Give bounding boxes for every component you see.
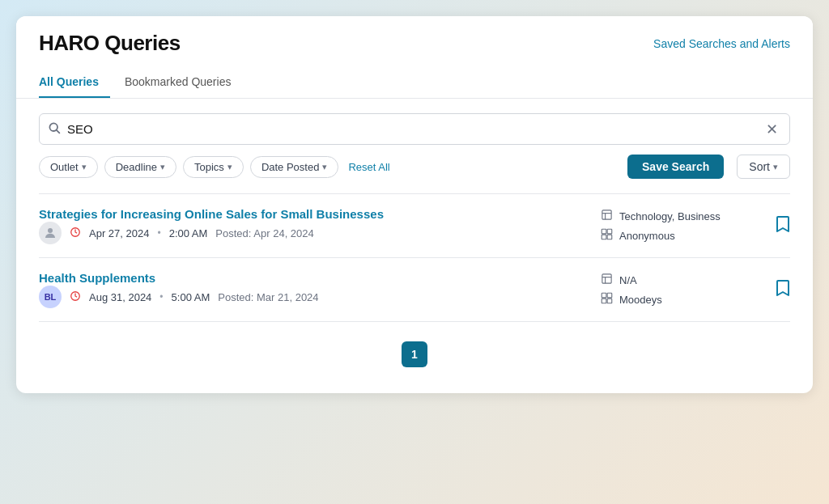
search-bar: ✕ — [39, 113, 790, 145]
table-row: Health Supplements BL Aug 31, 2024 • 5:0… — [39, 258, 790, 322]
deadline-date-2: Aug 31, 2024 — [89, 291, 151, 303]
outlet-filter[interactable]: Outlet ▾ — [39, 156, 98, 178]
deadline-icon-2 — [70, 290, 81, 304]
avatar-1 — [39, 222, 62, 244]
content-area: ✕ Outlet ▾ Deadline ▾ Topics ▾ Date Post… — [16, 99, 813, 393]
sort-button[interactable]: Sort ▾ — [737, 155, 790, 179]
deadline-time-1: 2:00 AM — [169, 227, 208, 239]
deadline-time-2: 5:00 AM — [172, 291, 210, 303]
svg-rect-4 — [602, 210, 611, 219]
bookmark-icon-1[interactable] — [776, 215, 790, 237]
topics-row-2: N/A — [601, 273, 637, 287]
deadline-filter[interactable]: Deadline ▾ — [104, 156, 176, 178]
clear-icon[interactable]: ✕ — [763, 117, 781, 142]
saved-searches-link[interactable]: Saved Searches and Alerts — [653, 37, 790, 50]
avatar-2: BL — [39, 286, 62, 308]
result-title-1[interactable]: Strategies for Increasing Online Sales f… — [39, 207, 384, 221]
outlet-icon-1 — [601, 228, 613, 243]
search-icon — [48, 121, 61, 138]
result-main-1: Strategies for Increasing Online Sales f… — [39, 207, 591, 244]
topics-row-1: Technology, Business — [601, 209, 721, 223]
outlet-chevron-icon: ▾ — [82, 162, 87, 172]
tab-bookmarked-queries[interactable]: Bookmarked Queries — [125, 67, 243, 98]
outlet-icon-2 — [601, 292, 613, 307]
outlet-value-2: Moodeys — [619, 294, 662, 306]
topics-value-2: N/A — [619, 274, 637, 286]
filters-row: Outlet ▾ Deadline ▾ Topics ▾ Date Posted… — [39, 155, 790, 179]
page-title: HARO Queries — [39, 31, 181, 56]
page-1-button[interactable]: 1 — [402, 341, 427, 367]
svg-rect-10 — [607, 235, 612, 239]
svg-rect-7 — [602, 229, 606, 234]
topics-filter[interactable]: Topics ▾ — [183, 156, 244, 178]
svg-rect-15 — [602, 293, 606, 298]
page-header: HARO Queries Saved Searches and Alerts — [16, 16, 813, 67]
save-search-button[interactable]: Save Search — [627, 155, 724, 179]
svg-rect-8 — [607, 229, 612, 234]
deadline-date-1: Apr 27, 2024 — [89, 227, 149, 239]
topics-icon-2 — [601, 273, 613, 287]
topics-chevron-icon: ▾ — [227, 162, 232, 172]
svg-rect-18 — [607, 299, 612, 303]
result-right-1: Technology, Business Anonymous — [601, 209, 746, 243]
date-posted-chevron-icon: ▾ — [322, 162, 327, 172]
sort-chevron-icon: ▾ — [773, 162, 778, 172]
outlet-value-1: Anonymous — [619, 230, 675, 242]
svg-rect-12 — [602, 274, 611, 283]
search-input[interactable] — [67, 114, 763, 144]
result-meta-2: BL Aug 31, 2024 • 5:00 AM Posted: Mar 21… — [39, 286, 591, 308]
topics-icon-1 — [601, 209, 613, 223]
posted-text-2: Posted: Mar 21, 2024 — [218, 291, 318, 303]
bookmark-icon-2[interactable] — [776, 279, 790, 301]
svg-rect-16 — [607, 293, 612, 298]
reset-all-button[interactable]: Reset All — [348, 161, 389, 173]
tab-all-queries[interactable]: All Queries — [39, 67, 110, 98]
svg-point-2 — [48, 228, 53, 233]
pagination: 1 — [39, 322, 790, 374]
deadline-chevron-icon: ▾ — [160, 162, 165, 172]
main-card: HARO Queries Saved Searches and Alerts A… — [16, 16, 813, 393]
date-posted-filter[interactable]: Date Posted ▾ — [250, 156, 339, 178]
result-main-2: Health Supplements BL Aug 31, 2024 • 5:0… — [39, 271, 591, 308]
results-list: Strategies for Increasing Online Sales f… — [39, 193, 790, 322]
posted-text-1: Posted: Apr 24, 2024 — [215, 227, 313, 239]
svg-rect-17 — [602, 299, 606, 303]
result-title-2[interactable]: Health Supplements — [39, 271, 155, 285]
deadline-icon-1 — [70, 227, 81, 240]
outlet-row-1: Anonymous — [601, 228, 675, 243]
svg-rect-9 — [602, 235, 606, 239]
result-right-2: N/A Moodeys — [601, 273, 746, 307]
topics-value-1: Technology, Business — [619, 210, 721, 222]
svg-line-1 — [57, 129, 60, 133]
tabs-bar: All Queries Bookmarked Queries — [16, 67, 813, 99]
outlet-row-2: Moodeys — [601, 292, 662, 307]
table-row: Strategies for Increasing Online Sales f… — [39, 194, 790, 258]
result-meta-1: Apr 27, 2024 • 2:00 AM Posted: Apr 24, 2… — [39, 222, 591, 244]
